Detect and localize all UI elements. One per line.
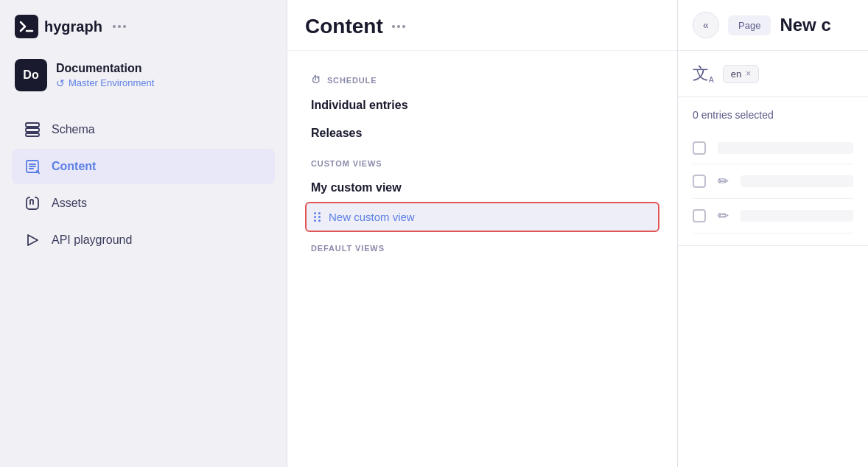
schedule-section-label: ⏱ SCHEDULE — [305, 63, 659, 91]
sidebar-header: hygraph — [0, 0, 287, 50]
new-custom-view-label: New custom view — [329, 211, 415, 223]
releases-link[interactable]: Releases — [305, 119, 659, 147]
sidebar-item-content[interactable]: Content — [12, 149, 275, 184]
content-label: Content — [52, 160, 96, 173]
sidebar-item-schema[interactable]: Schema — [12, 112, 275, 147]
api-playground-icon — [24, 231, 41, 249]
row-content-placeholder — [718, 142, 853, 154]
collapse-panel-button[interactable]: « — [693, 12, 719, 38]
table-row — [693, 133, 853, 164]
workspace-env[interactable]: ↺ Master Environment — [56, 77, 154, 89]
sidebar-item-api-playground[interactable]: API playground — [12, 222, 275, 258]
page-badge[interactable]: Page — [728, 15, 771, 35]
schema-label: Schema — [52, 123, 95, 136]
app-menu-dots[interactable] — [113, 25, 126, 28]
hygraph-logo[interactable]: hygraph — [15, 15, 126, 38]
entries-count: 0 entries selected — [693, 109, 853, 121]
new-custom-view-item[interactable]: New custom view — [305, 202, 659, 232]
svg-marker-5 — [28, 235, 38, 245]
row-checkbox[interactable] — [693, 175, 706, 188]
schema-icon — [24, 121, 41, 138]
locale-badge[interactable]: en × — [723, 65, 759, 83]
content-panel-header: Content — [287, 0, 677, 51]
env-icon: ↺ — [56, 77, 65, 89]
row-checkbox[interactable] — [693, 141, 706, 155]
workspace-avatar: Do — [15, 59, 47, 91]
row-checkbox[interactable] — [693, 209, 706, 222]
locale-close-button[interactable]: × — [746, 69, 751, 79]
individual-entries-link[interactable]: Individual entries — [305, 91, 659, 119]
row-content-placeholder — [741, 210, 853, 222]
locale-section: 文A en × — [678, 51, 868, 97]
workspace-env-label: Master Environment — [69, 77, 154, 88]
assets-label: Assets — [52, 197, 87, 210]
right-panel: « Page New c 文A en × 0 entries selected … — [678, 0, 868, 467]
app-name: hygraph — [44, 18, 102, 35]
sidebar: hygraph Do Documentation ↺ Master Enviro… — [0, 0, 287, 467]
row-content-placeholder — [741, 175, 853, 187]
svg-rect-3 — [26, 133, 39, 136]
content-nav: ⏱ SCHEDULE Individual entries Releases C… — [287, 51, 677, 467]
svg-rect-1 — [26, 123, 39, 127]
edit-icon[interactable]: ✏ — [718, 208, 729, 224]
table-row: ✏ — [693, 199, 853, 234]
schedule-icon: ⏱ — [311, 74, 321, 85]
entries-section: 0 entries selected ✏ ✏ — [678, 97, 868, 246]
workspace-info: Documentation ↺ Master Environment — [56, 62, 154, 89]
drag-handle-icon[interactable] — [312, 211, 323, 223]
translate-icon: 文A — [693, 63, 714, 85]
content-panel: Content ⏱ SCHEDULE Individual entries Re… — [287, 0, 678, 467]
content-more-menu[interactable] — [392, 25, 405, 28]
workspace-section: Do Documentation ↺ Master Environment — [0, 50, 287, 106]
right-panel-header: « Page New c — [678, 0, 868, 51]
edit-icon[interactable]: ✏ — [718, 173, 729, 189]
svg-rect-2 — [26, 128, 39, 132]
sidebar-nav: Schema Content — [0, 106, 287, 467]
svg-rect-0 — [15, 15, 38, 38]
content-icon — [24, 158, 41, 175]
assets-icon — [24, 194, 41, 212]
new-entry-label: New c — [780, 15, 830, 35]
table-row: ✏ — [693, 164, 853, 199]
workspace-card[interactable]: Do Documentation ↺ Master Environment — [15, 59, 272, 91]
api-playground-label: API playground — [52, 234, 132, 247]
my-custom-view-link[interactable]: My custom view — [305, 174, 659, 202]
collapse-icon: « — [703, 19, 709, 31]
hygraph-logo-icon — [15, 15, 38, 38]
default-views-section-label: DEFAULT VIEWS — [305, 232, 659, 259]
locale-code: en — [731, 69, 741, 80]
custom-views-section-label: CUSTOM VIEWS — [305, 147, 659, 174]
sidebar-item-assets[interactable]: Assets — [12, 186, 275, 221]
content-panel-title: Content — [305, 15, 383, 38]
workspace-name: Documentation — [56, 62, 154, 75]
